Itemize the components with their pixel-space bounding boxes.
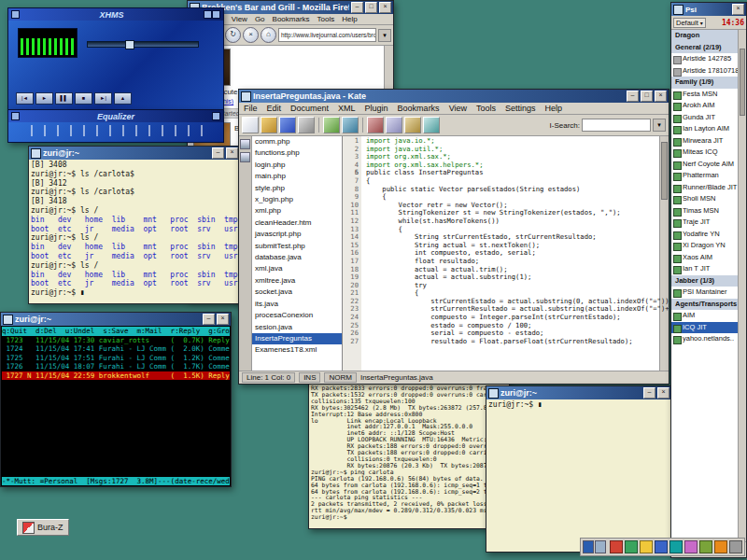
menu-item[interactable]: Bookmarks bbox=[269, 14, 314, 24]
roster-item[interactable]: Nerf Coyote AIM bbox=[671, 159, 738, 171]
scrollbar-thumb[interactable] bbox=[740, 49, 745, 116]
terminal-titlebar[interactable]: zuri@jr:~ bbox=[29, 147, 240, 160]
home-icon[interactable]: ⌂ bbox=[261, 27, 276, 43]
terminal-titlebar[interactable]: zuri@jr:~ bbox=[486, 386, 671, 399]
close-button[interactable] bbox=[732, 4, 744, 15]
document-list-item[interactable]: database.java bbox=[252, 252, 342, 263]
document-list-item[interactable]: xml.php bbox=[252, 205, 342, 217]
roster-item[interactable]: Timas MSN bbox=[671, 205, 738, 217]
url-dropdown-icon[interactable] bbox=[378, 29, 391, 42]
roster-item[interactable]: Miteas ICQ bbox=[671, 147, 738, 159]
mutt-message-row[interactable]: 1726 11/15/04 18:07 Furahi - LJ Comm ( 1… bbox=[2, 362, 230, 371]
reload-icon[interactable]: ↻ bbox=[225, 27, 241, 43]
xmms-close-icon[interactable] bbox=[212, 10, 220, 19]
menu-item[interactable]: View bbox=[444, 103, 472, 114]
equalizer-close-icon[interactable] bbox=[212, 112, 220, 120]
mutt-message-row[interactable]: 1727 N 11/15/04 22:59 brokkentwolf ( 1.5… bbox=[2, 371, 230, 381]
document-list-item[interactable]: InsertaPreguntas bbox=[252, 333, 342, 344]
document-list-item[interactable]: javascript.php bbox=[252, 229, 342, 240]
roster-item[interactable]: yahoo.netlands.. bbox=[671, 333, 738, 345]
mutt-message-row[interactable]: 1723 11/15/04 17:30 caviar_rotts ( 0.7K)… bbox=[2, 336, 230, 345]
document-list-item[interactable]: main.php bbox=[252, 171, 342, 182]
transport-button[interactable]: ■ bbox=[75, 92, 92, 105]
xmms-titlebar[interactable]: XHMS bbox=[8, 8, 223, 21]
maximize-button[interactable] bbox=[641, 91, 653, 102]
roster-item[interactable]: Aristide 17810718 bbox=[671, 65, 738, 77]
roster-item[interactable]: General (2/19) bbox=[671, 42, 738, 54]
taskbar-button-bura-z[interactable]: Bura-Z bbox=[17, 519, 69, 536]
toolbar-dropdown-icon[interactable] bbox=[653, 119, 666, 132]
document-list-item[interactable]: cleanHeader.htm bbox=[252, 217, 342, 229]
roster-item[interactable]: Ian T JIT bbox=[671, 263, 738, 275]
document-list-item[interactable]: xml.java bbox=[252, 263, 342, 274]
tray-icon[interactable] bbox=[625, 540, 638, 553]
tray-icon[interactable] bbox=[729, 540, 742, 553]
equalizer-menu-icon[interactable] bbox=[11, 112, 20, 120]
document-list-item[interactable]: sesion.java bbox=[252, 322, 342, 333]
stop-icon[interactable]: × bbox=[243, 27, 259, 43]
equalizer-sliders[interactable] bbox=[31, 125, 214, 136]
menu-item[interactable]: Tools bbox=[314, 14, 339, 24]
close-button[interactable] bbox=[657, 387, 669, 399]
document-list-item[interactable]: socket.java bbox=[252, 287, 342, 298]
minimize-button[interactable] bbox=[627, 91, 639, 102]
document-list-item[interactable]: submitTest.php bbox=[252, 241, 342, 252]
roster-item[interactable]: Sholi MSN bbox=[671, 193, 738, 205]
roster-item[interactable]: Family (1/9) bbox=[671, 77, 738, 89]
document-list-item[interactable]: xmltree.java bbox=[252, 275, 342, 287]
menu-item[interactable]: Document bbox=[286, 103, 333, 114]
menu-item[interactable]: File bbox=[239, 103, 262, 114]
tray-icon[interactable] bbox=[640, 540, 653, 553]
roster-item[interactable]: Xi Dragon YN bbox=[671, 240, 738, 252]
close-button[interactable] bbox=[226, 147, 238, 159]
document-list-item[interactable]: its.java bbox=[252, 299, 342, 310]
transport-button[interactable]: ►| bbox=[94, 92, 112, 105]
redo-icon[interactable] bbox=[342, 117, 359, 133]
xmms-menu-icon[interactable] bbox=[11, 10, 20, 19]
spectrum-analyzer[interactable] bbox=[18, 28, 78, 58]
minimize-button[interactable] bbox=[212, 147, 224, 159]
transport-button[interactable]: ► bbox=[35, 92, 53, 105]
roster-item[interactable]: ICQ JIT bbox=[671, 322, 738, 334]
transport-button[interactable]: ▲ bbox=[114, 92, 132, 105]
roster-item[interactable]: Festa MSN bbox=[671, 89, 738, 101]
minimize-button[interactable] bbox=[203, 314, 215, 325]
terminal-output[interactable]: RX packets:2833 errors:0 dropped:0 overr… bbox=[309, 385, 509, 528]
menu-item[interactable]: View bbox=[228, 14, 251, 24]
menu-item[interactable]: Settings bbox=[500, 103, 541, 114]
terminal-output[interactable]: zuri@jr:~$ ▮ bbox=[486, 399, 671, 552]
menu-item[interactable]: Tools bbox=[472, 103, 500, 114]
minimize-button[interactable] bbox=[643, 387, 655, 399]
close-button[interactable] bbox=[655, 91, 667, 102]
roster-item[interactable]: Agents/Transports bbox=[671, 299, 738, 311]
tray-icon[interactable] bbox=[714, 540, 727, 553]
psi-titlebar[interactable]: Psi bbox=[671, 3, 746, 16]
pager-desktop-2[interactable] bbox=[595, 540, 606, 553]
print-icon[interactable] bbox=[298, 117, 315, 133]
roster-item[interactable]: Xaos AIM bbox=[671, 252, 738, 264]
roster-item[interactable]: Jabber (1/3) bbox=[671, 275, 738, 287]
filesystem-tab-icon[interactable] bbox=[240, 152, 250, 162]
documents-tab-icon[interactable] bbox=[240, 139, 250, 149]
isearch-input[interactable] bbox=[582, 119, 651, 132]
menu-item[interactable]: Go bbox=[251, 14, 269, 24]
maximize-button[interactable] bbox=[365, 2, 377, 13]
cut-icon[interactable] bbox=[367, 117, 384, 133]
transport-button[interactable]: ▌▌ bbox=[55, 92, 73, 105]
url-input[interactable]: http://www.livejournal.com/users/brokken… bbox=[278, 28, 376, 42]
kate-titlebar[interactable]: InsertaPreguntas.java - Kate bbox=[239, 90, 669, 103]
minimize-button[interactable] bbox=[351, 2, 363, 13]
mutt-message-row[interactable]: 1725 11/15/04 17:51 Furahi - LJ Comm ( 1… bbox=[2, 354, 230, 363]
pager-desktop-1[interactable] bbox=[583, 540, 594, 553]
find-icon[interactable] bbox=[423, 117, 440, 133]
roster-item[interactable]: Mirweara JIT bbox=[671, 135, 738, 147]
tray-icon[interactable] bbox=[669, 540, 683, 553]
roster-item[interactable]: Runner/Blade JIT bbox=[671, 182, 738, 194]
roster-item[interactable]: PSI Mantainer bbox=[671, 287, 738, 299]
tray-icon[interactable] bbox=[699, 540, 712, 553]
mutt-index[interactable]: q:Quit d:Del u:Undel s:Save m:Mail r:Rep… bbox=[1, 326, 231, 486]
mutt-titlebar[interactable]: zuri@jr:~ bbox=[1, 313, 231, 326]
desktop-pager[interactable] bbox=[583, 540, 606, 553]
menu-item[interactable]: Help bbox=[338, 14, 360, 24]
close-button[interactable] bbox=[217, 314, 229, 325]
